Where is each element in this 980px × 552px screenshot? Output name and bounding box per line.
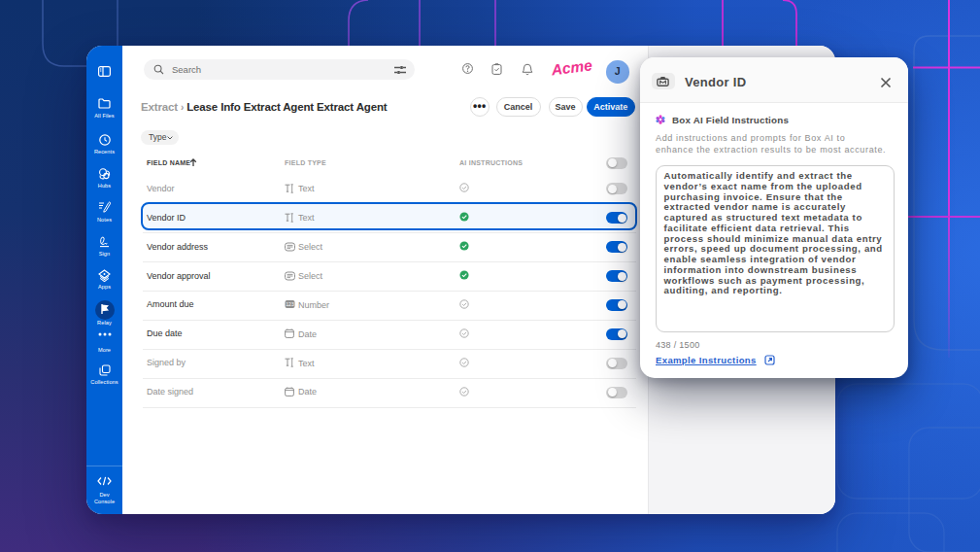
svg-text:123: 123 <box>286 301 294 307</box>
